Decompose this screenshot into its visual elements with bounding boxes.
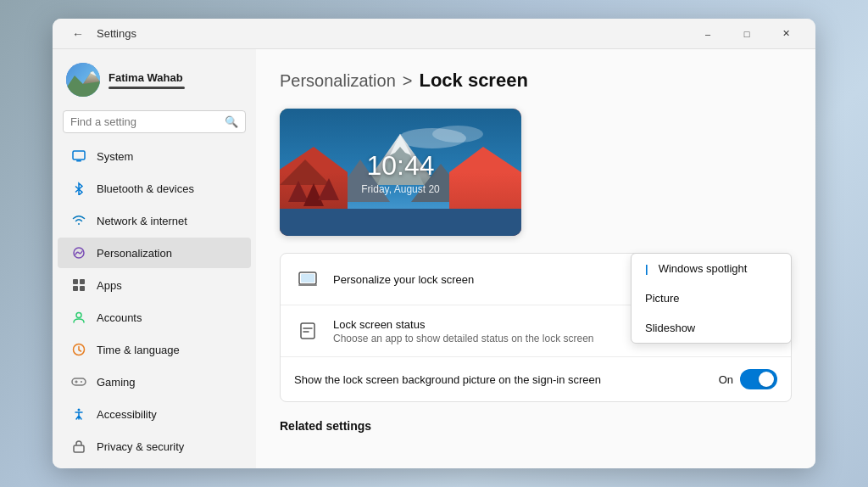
user-info: Fatima Wahab [108,71,185,89]
setting-row-personalize: Personalize your lock screen Windows spo… [281,254,791,305]
apps-icon [71,277,86,293]
content-area: Fatima Wahab 🔍 System Bluetooth & de [53,49,815,468]
dropdown-item-slideshow[interactable]: Slideshow [632,313,791,343]
toggle-show-bg[interactable] [740,369,777,389]
search-box[interactable]: 🔍 [63,110,246,133]
settings-window: ← Settings – □ ✕ [53,19,815,468]
sidebar-item-apps[interactable]: Apps [58,270,251,300]
network-icon [71,213,86,228]
breadcrumb-parent[interactable]: Personalization [280,71,396,91]
setting-showbg-control: On [719,369,777,389]
svg-point-15 [78,409,81,411]
sidebar-item-accessibility-label: Accessibility [97,408,157,421]
breadcrumb-separator: > [403,71,413,91]
svg-rect-8 [80,279,85,284]
page-header: Personalization > Lock screen [280,70,792,92]
svg-rect-38 [301,323,314,339]
main-content: Personalization > Lock screen [256,49,815,468]
breadcrumb-current: Lock screen [419,70,527,92]
sidebar-item-privacy[interactable]: Privacy & security [58,431,251,462]
toggle-knob [759,372,774,387]
sidebar-item-gaming-label: Gaming [97,376,136,389]
personalize-dropdown[interactable]: Windows spotlight Picture Slideshow [631,253,792,344]
window-controls: – □ ✕ [688,19,805,49]
window-title: Settings [97,27,136,40]
username: Fatima Wahab [108,71,185,84]
setting-status-icon [294,317,321,344]
sidebar-item-system-label: System [97,150,133,163]
sidebar-item-apps-label: Apps [97,279,122,292]
maximize-button[interactable]: □ [727,19,766,49]
sidebar-item-personalization-label: Personalization [97,247,172,260]
setting-showbg-label: Show the lock screen background picture … [294,373,707,386]
personalization-icon [71,245,86,260]
svg-point-19 [432,126,483,143]
sidebar-item-accessibility[interactable]: Accessibility [58,399,251,429]
system-icon [71,148,86,164]
related-settings-title: Related settings [280,419,792,433]
sidebar-item-gaming[interactable]: Gaming [58,367,251,397]
minimize-button[interactable]: – [688,19,727,49]
svg-rect-37 [298,284,317,286]
sidebar-item-network[interactable]: Network & internet [58,205,251,236]
user-section: Fatima Wahab [53,49,256,107]
titlebar: ← Settings – □ ✕ [53,19,815,49]
sidebar-item-system[interactable]: System [58,141,251,171]
user-account-bar [108,87,185,89]
preview-background: 10:44 Friday, August 20 [280,109,521,236]
back-button[interactable]: ← [66,22,90,46]
close-button[interactable]: ✕ [766,19,805,49]
sidebar-item-bluetooth[interactable]: Bluetooth & devices [58,173,251,204]
sidebar-item-time[interactable]: Time & language [58,334,251,365]
preview-time: 10:44 [366,150,434,182]
setting-personalize-icon [294,266,321,293]
search-input[interactable] [70,115,220,128]
sidebar-item-network-label: Network & internet [97,215,187,227]
svg-rect-16 [74,445,84,452]
svg-rect-36 [301,274,314,283]
setting-row-showbg: Show the lock screen background picture … [281,357,791,401]
time-icon [71,342,86,357]
toggle-on-label: On [719,373,733,386]
sidebar-item-time-label: Time & language [97,344,180,356]
bluetooth-icon [71,181,86,196]
dropdown-item-picture[interactable]: Picture [632,283,791,313]
sidebar-item-accounts[interactable]: Accounts [58,302,251,333]
dropdown-item-spotlight[interactable]: Windows spotlight [632,254,791,283]
preview-date: Friday, August 20 [361,183,440,195]
sidebar-item-bluetooth-label: Bluetooth & devices [97,182,194,195]
accessibility-icon [71,406,86,422]
svg-rect-10 [80,286,85,291]
svg-rect-4 [73,151,85,160]
svg-point-14 [81,381,82,383]
related-settings-section: Related settings [280,419,792,433]
sidebar-item-privacy-label: Privacy & security [97,440,184,453]
avatar [66,63,100,97]
svg-rect-13 [72,378,86,385]
titlebar-left: ← Settings [66,22,136,46]
privacy-icon [71,439,86,454]
svg-rect-9 [73,286,78,291]
svg-point-11 [76,313,81,318]
search-icon: 🔍 [225,115,238,128]
sidebar-item-accounts-label: Accounts [97,311,142,324]
lockscreen-preview: 10:44 Friday, August 20 [280,109,521,236]
sidebar-item-personalization[interactable]: Personalization [58,238,251,268]
accounts-icon [71,310,86,325]
gaming-icon [71,374,86,389]
sidebar: Fatima Wahab 🔍 System Bluetooth & de [53,49,256,468]
svg-rect-5 [76,160,81,162]
svg-rect-7 [73,279,78,284]
setting-showbg-text: Show the lock screen background picture … [294,373,707,386]
settings-card: Personalize your lock screen Windows spo… [280,253,792,402]
svg-rect-31 [280,209,521,236]
